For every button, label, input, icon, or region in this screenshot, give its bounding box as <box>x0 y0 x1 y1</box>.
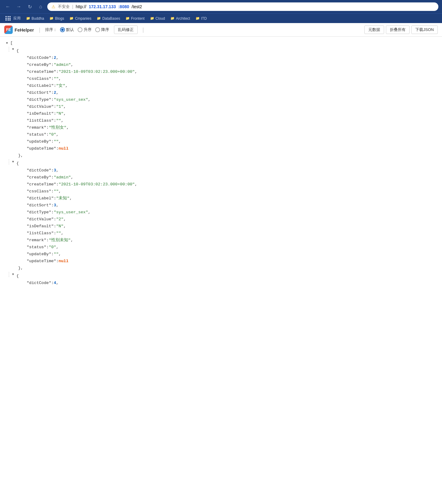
toolbar-divider: | <box>39 27 40 33</box>
json-field-listclass-2: "listClass": "", <box>6 230 436 237</box>
bookmark-frontent[interactable]: 📁 Frontent <box>123 15 147 22</box>
fehelper-logo-icon: FE <box>4 25 13 34</box>
sort-default-option[interactable]: 默认 <box>60 27 74 32</box>
bookmarks-bar: 应用 📁 Buddha 📁 Blogs 📁 Cmpanies 📁 DataBas… <box>0 13 442 23</box>
json-field-updatetime-1: "updateTime": null <box>6 145 436 152</box>
json-content: [ { "dictCode": 2, "createBy": "admin", <box>0 37 442 290</box>
json-field-dictvalue-1: "dictValue": "1", <box>6 103 436 110</box>
download-json-button[interactable]: 下载JSON <box>411 25 438 34</box>
json-field-dictsort-1: "dictSort": 2, <box>6 90 436 96</box>
folder-icon: 📁 <box>49 16 54 20</box>
bookmark-cloud[interactable]: 📁 Cloud <box>148 15 167 22</box>
json-field-createtime-2: "createTime": "2021-10-09T03:02:23.000+0… <box>6 181 436 188</box>
url-port: :8080 <box>118 4 129 9</box>
bookmark-label: DataBases <box>102 16 120 21</box>
radio-group: 默认 升序 降序 <box>60 27 109 32</box>
bookmark-label: Frontent <box>131 16 145 21</box>
json-field-dictcode-2: "dictCode": 3, <box>6 167 436 174</box>
bookmark-label: Cmpanies <box>75 16 91 21</box>
bookmark-itd[interactable]: 📁 ITD <box>193 15 209 22</box>
fold-all-button[interactable]: 折叠所有 <box>386 25 410 34</box>
folder-icon: 📁 <box>150 16 154 20</box>
fehelper-toolbar: FE FeHelper | 排序： 默认 升序 降序 乱码修正 | 元数据 折叠… <box>0 23 442 37</box>
meta-button[interactable]: 元数据 <box>364 25 384 34</box>
json-item2-open: { <box>6 159 436 167</box>
json-field-listclass-1: "listClass": "", <box>6 117 436 124</box>
apps-grid-icon <box>5 16 11 21</box>
json-field-isdefault-1: "isDefault": "N", <box>6 110 436 117</box>
bookmark-architect[interactable]: 📁 Architect <box>168 15 193 22</box>
sort-label: 排序： <box>45 27 57 32</box>
bookmark-label: Blogs <box>55 16 64 21</box>
json-field-dictvalue-2: "dictValue": "2", <box>6 216 436 223</box>
json-field-dictlabel-2: "dictLabel": "未知", <box>6 195 436 202</box>
sort-default-radio[interactable] <box>60 27 65 32</box>
back-button[interactable]: ← <box>4 2 12 11</box>
item3-toggle[interactable] <box>12 272 16 277</box>
url-divider: | <box>72 4 73 9</box>
bookmark-blogs[interactable]: 📁 Blogs <box>47 15 66 22</box>
folder-icon: 📁 <box>170 16 175 20</box>
address-bar[interactable]: ⚠ 不安全 | http://172.31.17.133:8080/test2 <box>47 2 438 11</box>
bookmark-label: Cloud <box>156 16 165 21</box>
json-field-createby-2: "createBy": "admin", <box>6 174 436 181</box>
json-field-createby-1: "createBy": "admin", <box>6 62 436 69</box>
json-field-dictlabel-1: "dictLabel": "女", <box>6 83 436 90</box>
sort-section: 排序： 默认 升序 降序 <box>45 27 109 32</box>
sort-asc-option[interactable]: 升序 <box>78 27 92 32</box>
sort-desc-label: 降序 <box>101 27 109 32</box>
folder-icon: 📁 <box>69 16 74 20</box>
json-field-createtime-1: "createTime": "2021-10-09T03:02:23.000+0… <box>6 69 436 76</box>
json-field-remark-1: "remark": "性别女", <box>6 124 436 131</box>
json-field-updateby-1: "updateBy": "", <box>6 138 436 145</box>
browser-chrome: ← → ↻ ⌂ ⚠ 不安全 | http://172.31.17.133:808… <box>0 0 442 23</box>
sort-default-label: 默认 <box>66 27 74 32</box>
fehelper-logo-text: FeHelper <box>15 27 34 32</box>
bookmark-label: Architect <box>176 16 190 21</box>
bookmark-label: ITD <box>201 16 207 21</box>
json-item3-open: { <box>6 272 436 280</box>
url-path: /test2 <box>132 4 142 9</box>
json-field-dictcode-3: "dictCode": 4, <box>6 280 436 287</box>
json-field-dicttype-1: "dictType": "sys_user_sex", <box>6 96 436 103</box>
folder-icon: 📁 <box>196 16 200 20</box>
sort-desc-option[interactable]: 降序 <box>95 27 109 32</box>
json-field-remark-2: "remark": "性别未知", <box>6 237 436 244</box>
folder-icon: 📁 <box>26 16 30 20</box>
warning-icon: ⚠ <box>52 4 55 9</box>
home-button[interactable]: ⌂ <box>36 2 45 11</box>
sort-asc-radio[interactable] <box>78 27 82 32</box>
bookmark-cmpanies[interactable]: 📁 Cmpanies <box>67 15 94 22</box>
fix-encoding-button[interactable]: 乱码修正 <box>114 25 138 34</box>
json-field-dictcode-1: "dictCode": 2, <box>6 55 436 62</box>
json-item1-open: { <box>6 47 436 55</box>
json-field-status-1: "status": "0", <box>6 131 436 138</box>
refresh-button[interactable]: ↻ <box>25 2 34 11</box>
json-field-updatetime-2: "updateTime": null <box>6 258 436 265</box>
root-toggle[interactable] <box>6 41 10 46</box>
json-field-status-2: "status": "0", <box>6 244 436 251</box>
json-item1-close: }, <box>6 152 436 159</box>
bookmark-databases[interactable]: 📁 DataBases <box>94 15 122 22</box>
json-field-cssclass-1: "cssClass": "", <box>6 76 436 83</box>
json-field-dicttype-2: "dictType": "sys_user_sex", <box>6 209 436 216</box>
toolbar-divider-2: | <box>142 27 144 33</box>
sort-desc-radio[interactable] <box>95 27 100 32</box>
json-field-updateby-2: "updateBy": "", <box>6 251 436 258</box>
json-field-isdefault-2: "isDefault": "N", <box>6 223 436 230</box>
toolbar-btn-group: 元数据 折叠所有 下载JSON <box>364 25 438 34</box>
bookmark-label: Buddha <box>32 16 44 21</box>
browser-toolbar: ← → ↻ ⌂ ⚠ 不安全 | http://172.31.17.133:808… <box>0 0 442 13</box>
apps-launcher[interactable]: 应用 <box>3 15 23 22</box>
bookmark-buddha[interactable]: 📁 Buddha <box>24 15 46 22</box>
url-protocol: http:// <box>76 4 86 9</box>
url-host: 172.31.17.133 <box>89 4 116 9</box>
item2-toggle[interactable] <box>12 159 16 164</box>
forward-button[interactable]: → <box>15 2 23 11</box>
apps-label: 应用 <box>13 16 21 21</box>
fehelper-logo: FE FeHelper <box>4 25 34 34</box>
sort-asc-label: 升序 <box>84 27 92 32</box>
json-field-dictsort-2: "dictSort": 3, <box>6 202 436 209</box>
item1-toggle[interactable] <box>12 47 16 52</box>
not-secure-label: 不安全 <box>58 4 70 9</box>
